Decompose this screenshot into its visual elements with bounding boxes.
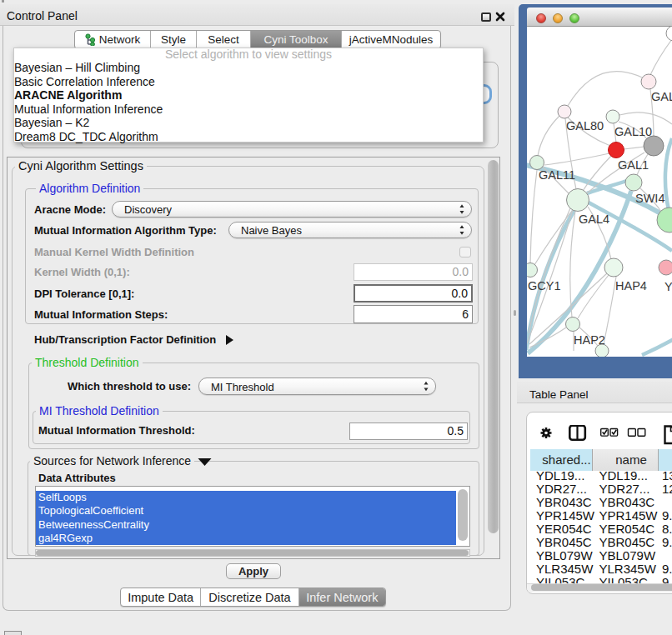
svg-text:GAL11: GAL11 bbox=[539, 168, 575, 182]
svg-text:HAP4: HAP4 bbox=[615, 279, 647, 292]
svg-text:GAL80: GAL80 bbox=[566, 119, 604, 132]
svg-text:GAL10: GAL10 bbox=[614, 125, 652, 138]
svg-text:GAL: GAL bbox=[651, 90, 672, 103]
svg-text:HAP2: HAP2 bbox=[574, 333, 605, 347]
svg-text:GAL1: GAL1 bbox=[618, 158, 649, 172]
svg-text:GAL4: GAL4 bbox=[579, 212, 609, 226]
svg-text:Y: Y bbox=[664, 280, 672, 293]
svg-text:SWI4: SWI4 bbox=[635, 192, 664, 205]
svg-text:GCY1: GCY1 bbox=[528, 279, 561, 292]
